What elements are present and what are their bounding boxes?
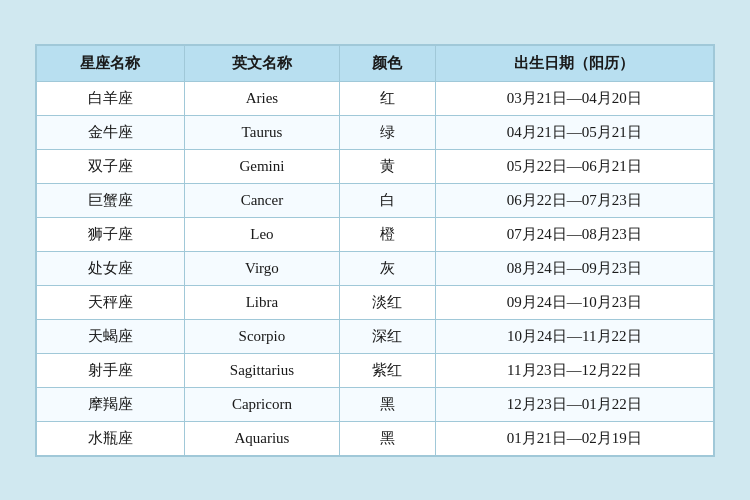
cell-row8-col2: 紫红 [339, 353, 435, 387]
table-row: 白羊座Aries红03月21日—04月20日 [37, 81, 714, 115]
col-header-birthdate: 出生日期（阳历） [435, 45, 713, 81]
table-row: 天秤座Libra淡红09月24日—10月23日 [37, 285, 714, 319]
cell-row10-col2: 黑 [339, 421, 435, 455]
cell-row3-col2: 白 [339, 183, 435, 217]
table-row: 处女座Virgo灰08月24日—09月23日 [37, 251, 714, 285]
cell-row6-col1: Libra [184, 285, 339, 319]
cell-row4-col3: 07月24日—08月23日 [435, 217, 713, 251]
cell-row4-col1: Leo [184, 217, 339, 251]
cell-row0-col3: 03月21日—04月20日 [435, 81, 713, 115]
cell-row6-col3: 09月24日—10月23日 [435, 285, 713, 319]
cell-row0-col0: 白羊座 [37, 81, 185, 115]
cell-row9-col0: 摩羯座 [37, 387, 185, 421]
zodiac-table-container: 星座名称 英文名称 颜色 出生日期（阳历） 白羊座Aries红03月21日—04… [35, 44, 715, 457]
cell-row6-col2: 淡红 [339, 285, 435, 319]
table-header-row: 星座名称 英文名称 颜色 出生日期（阳历） [37, 45, 714, 81]
table-row: 双子座Gemini黄05月22日—06月21日 [37, 149, 714, 183]
table-row: 射手座Sagittarius紫红11月23日—12月22日 [37, 353, 714, 387]
cell-row7-col0: 天蝎座 [37, 319, 185, 353]
cell-row1-col2: 绿 [339, 115, 435, 149]
cell-row8-col3: 11月23日—12月22日 [435, 353, 713, 387]
cell-row6-col0: 天秤座 [37, 285, 185, 319]
col-header-english-name: 英文名称 [184, 45, 339, 81]
col-header-chinese-name: 星座名称 [37, 45, 185, 81]
cell-row1-col0: 金牛座 [37, 115, 185, 149]
cell-row3-col1: Cancer [184, 183, 339, 217]
cell-row5-col1: Virgo [184, 251, 339, 285]
cell-row1-col1: Taurus [184, 115, 339, 149]
cell-row9-col1: Capricorn [184, 387, 339, 421]
cell-row5-col0: 处女座 [37, 251, 185, 285]
zodiac-table: 星座名称 英文名称 颜色 出生日期（阳历） 白羊座Aries红03月21日—04… [36, 45, 714, 456]
cell-row7-col2: 深红 [339, 319, 435, 353]
table-row: 天蝎座Scorpio深红10月24日—11月22日 [37, 319, 714, 353]
cell-row10-col0: 水瓶座 [37, 421, 185, 455]
table-row: 巨蟹座Cancer白06月22日—07月23日 [37, 183, 714, 217]
cell-row10-col3: 01月21日—02月19日 [435, 421, 713, 455]
table-row: 金牛座Taurus绿04月21日—05月21日 [37, 115, 714, 149]
cell-row2-col3: 05月22日—06月21日 [435, 149, 713, 183]
cell-row0-col2: 红 [339, 81, 435, 115]
cell-row0-col1: Aries [184, 81, 339, 115]
cell-row5-col3: 08月24日—09月23日 [435, 251, 713, 285]
cell-row5-col2: 灰 [339, 251, 435, 285]
cell-row10-col1: Aquarius [184, 421, 339, 455]
table-body: 白羊座Aries红03月21日—04月20日金牛座Taurus绿04月21日—0… [37, 81, 714, 455]
cell-row2-col0: 双子座 [37, 149, 185, 183]
table-row: 水瓶座Aquarius黑01月21日—02月19日 [37, 421, 714, 455]
cell-row8-col0: 射手座 [37, 353, 185, 387]
cell-row8-col1: Sagittarius [184, 353, 339, 387]
cell-row7-col1: Scorpio [184, 319, 339, 353]
col-header-color: 颜色 [339, 45, 435, 81]
cell-row3-col3: 06月22日—07月23日 [435, 183, 713, 217]
cell-row9-col2: 黑 [339, 387, 435, 421]
table-row: 摩羯座Capricorn黑12月23日—01月22日 [37, 387, 714, 421]
cell-row9-col3: 12月23日—01月22日 [435, 387, 713, 421]
cell-row4-col0: 狮子座 [37, 217, 185, 251]
cell-row2-col1: Gemini [184, 149, 339, 183]
cell-row7-col3: 10月24日—11月22日 [435, 319, 713, 353]
cell-row3-col0: 巨蟹座 [37, 183, 185, 217]
cell-row1-col3: 04月21日—05月21日 [435, 115, 713, 149]
cell-row2-col2: 黄 [339, 149, 435, 183]
cell-row4-col2: 橙 [339, 217, 435, 251]
table-row: 狮子座Leo橙07月24日—08月23日 [37, 217, 714, 251]
